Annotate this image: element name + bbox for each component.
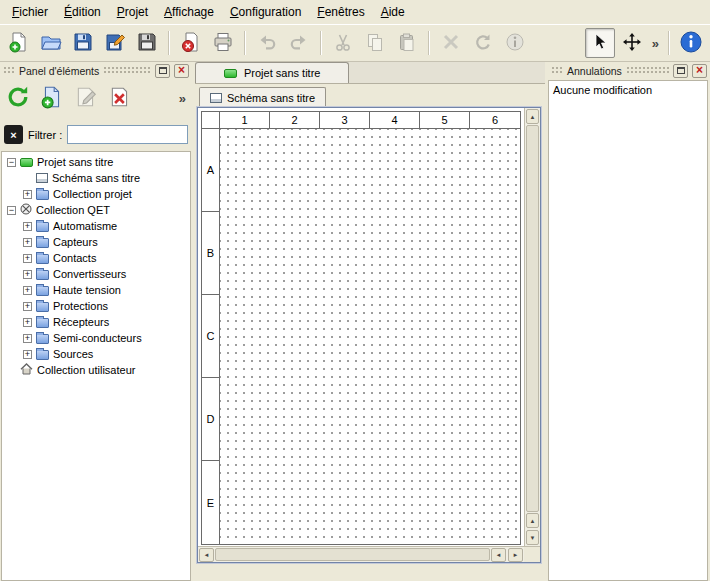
tree-item-collection-utilisateur[interactable]: Collection utilisateur xyxy=(2,362,190,378)
tree-item-semi-conducteurs[interactable]: + Semi-conducteurs xyxy=(2,330,190,346)
toolbar-separator xyxy=(168,31,170,55)
close-icon: × xyxy=(696,64,703,76)
menu-fichier[interactable]: Fichier xyxy=(4,1,56,23)
redo-button[interactable] xyxy=(284,28,314,58)
clear-filter-icon[interactable]: × xyxy=(4,125,23,144)
dock-grip[interactable] xyxy=(103,66,151,75)
menu-edition[interactable]: Édition xyxy=(56,1,109,23)
tree-item-protections[interactable]: + Protections xyxy=(2,298,190,314)
scroll-down-button[interactable]: ▼ xyxy=(526,530,539,545)
tree-item-automatisme[interactable]: + Automatisme xyxy=(2,218,190,234)
dock-close-button[interactable]: × xyxy=(174,64,189,78)
panel-overflow-chevron[interactable]: » xyxy=(176,91,189,106)
dock-close-button[interactable]: × xyxy=(692,64,707,78)
folder-icon xyxy=(36,334,49,344)
folder-icon xyxy=(36,222,49,232)
tree-item-sources[interactable]: + Sources xyxy=(2,346,190,362)
dock-grip[interactable] xyxy=(626,66,669,75)
expand-expander-icon[interactable]: + xyxy=(23,318,32,327)
cut-button[interactable] xyxy=(328,28,358,58)
delete-element-button[interactable] xyxy=(105,83,135,113)
rotate-button[interactable] xyxy=(468,28,498,58)
expand-expander-icon[interactable]: + xyxy=(23,302,32,311)
column-ruler-cell: 6 xyxy=(470,112,520,128)
delete-button[interactable] xyxy=(436,28,466,58)
reload-collections-button[interactable] xyxy=(3,83,33,113)
scroll-up-button[interactable]: ▲ xyxy=(526,109,539,124)
expand-expander-icon[interactable]: + xyxy=(23,286,32,295)
tree-item-recepteurs[interactable]: + Récepteurs xyxy=(2,314,190,330)
tree-item-convertisseurs[interactable]: + Convertisseurs xyxy=(2,266,190,282)
tab-schema-sans-titre[interactable]: Schéma sans titre xyxy=(199,87,326,107)
toolbar-overflow-chevron[interactable]: » xyxy=(649,36,662,51)
close-file-button[interactable] xyxy=(176,28,206,58)
copy-button[interactable] xyxy=(360,28,390,58)
tree-item-label: Collection utilisateur xyxy=(37,364,135,376)
open-folder-icon xyxy=(40,31,62,56)
menu-projet[interactable]: Projet xyxy=(109,1,156,23)
tree-item-collection-qet[interactable]: − Collection QET xyxy=(2,202,190,218)
new-project-button[interactable] xyxy=(4,28,34,58)
menu-aide[interactable]: Aide xyxy=(373,1,413,23)
save-as-button[interactable] xyxy=(100,28,130,58)
elements-panel-toolbar: » xyxy=(0,79,192,119)
undo-history-list[interactable]: Aucune modification xyxy=(548,80,708,581)
scroll-up-button[interactable]: ▲ xyxy=(526,513,539,528)
move-cross-icon xyxy=(622,32,642,55)
paste-button[interactable] xyxy=(392,28,422,58)
folder-icon xyxy=(36,190,49,200)
horizontal-scrollbar-thumb[interactable] xyxy=(215,548,490,561)
menu-configuration[interactable]: Configuration xyxy=(222,1,309,23)
scroll-left-button[interactable]: ◄ xyxy=(491,548,506,562)
expand-expander-icon[interactable]: + xyxy=(23,350,32,359)
about-button[interactable] xyxy=(676,28,706,58)
horizontal-scrollbar[interactable]: ◄ ◄ ► xyxy=(198,546,524,562)
collapse-expander-icon[interactable]: − xyxy=(7,158,16,167)
tree-item-capteurs[interactable]: + Capteurs xyxy=(2,234,190,250)
elements-panel-titlebar[interactable]: Panel d'éléments × xyxy=(0,62,192,79)
expand-expander-icon[interactable]: + xyxy=(23,334,32,343)
vertical-scrollbar[interactable]: ▲ ▲ ▼ xyxy=(524,108,540,546)
redo-icon xyxy=(289,32,309,55)
dock-float-button[interactable] xyxy=(673,64,688,78)
mdi-center: Projet sans titre Schéma sans titre xyxy=(192,62,548,581)
menu-fenetres[interactable]: Fenêtres xyxy=(309,1,372,23)
pan-mode-button[interactable] xyxy=(617,28,647,58)
tree-item-label: Capteurs xyxy=(53,236,98,248)
tree-item-project[interactable]: − Projet sans titre xyxy=(2,154,190,170)
tab-projet-sans-titre[interactable]: Projet sans titre xyxy=(195,62,349,83)
schema-canvas[interactable] xyxy=(220,129,520,544)
tree-item-schema[interactable]: Schéma sans titre xyxy=(2,170,190,186)
dock-float-button[interactable] xyxy=(155,64,170,78)
expand-expander-icon[interactable]: + xyxy=(23,222,32,231)
dock-grip[interactable] xyxy=(551,66,563,75)
tree-item-collection-projet[interactable]: + Collection projet xyxy=(2,186,190,202)
menu-affichage[interactable]: Affichage xyxy=(156,1,222,23)
toolbar-separator xyxy=(428,31,430,55)
tree-item-contacts[interactable]: + Contacts xyxy=(2,250,190,266)
collapse-expander-icon[interactable]: − xyxy=(7,206,16,215)
undo-button[interactable] xyxy=(252,28,282,58)
open-project-button[interactable] xyxy=(36,28,66,58)
element-info-button[interactable] xyxy=(500,28,530,58)
float-icon xyxy=(159,67,167,74)
vertical-scrollbar-thumb[interactable] xyxy=(526,125,539,512)
undo-dock-titlebar[interactable]: Annulations × xyxy=(548,62,710,79)
filter-input[interactable] xyxy=(67,125,188,144)
save-button[interactable] xyxy=(68,28,98,58)
selection-mode-button[interactable] xyxy=(585,28,615,58)
dock-grip[interactable] xyxy=(3,66,15,75)
expand-expander-icon[interactable]: + xyxy=(23,270,32,279)
expand-expander-icon[interactable]: + xyxy=(23,190,32,199)
tree-item-label: Sources xyxy=(53,348,93,360)
edit-element-button[interactable] xyxy=(71,83,101,113)
scroll-left-button[interactable]: ◄ xyxy=(199,548,214,562)
tree-item-haute-tension[interactable]: + Haute tension xyxy=(2,282,190,298)
new-element-button[interactable] xyxy=(37,83,67,113)
project-icon xyxy=(20,158,33,167)
save-all-button[interactable] xyxy=(132,28,162,58)
print-button[interactable] xyxy=(208,28,238,58)
expand-expander-icon[interactable]: + xyxy=(23,238,32,247)
scroll-right-button[interactable]: ► xyxy=(508,548,523,562)
expand-expander-icon[interactable]: + xyxy=(23,254,32,263)
